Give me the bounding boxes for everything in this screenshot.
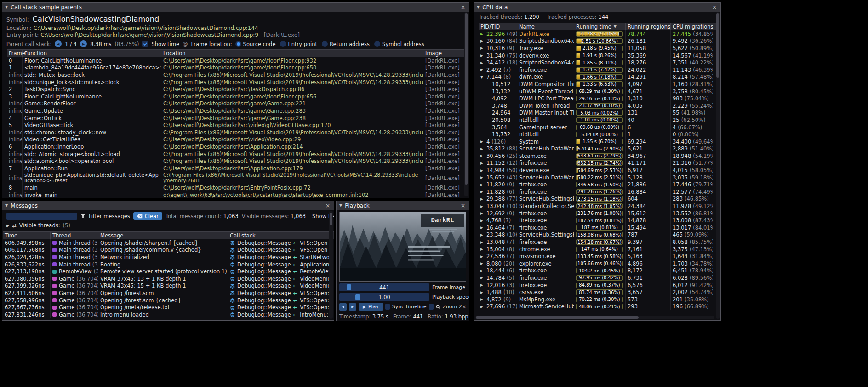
frame-row[interactable]: 8 main C:\Users\wolf\Desktop\darkrl\src\… bbox=[7, 185, 465, 192]
callstack-scrollbar[interactable] bbox=[464, 12, 468, 196]
col-image[interactable]: Image bbox=[423, 50, 464, 57]
message-row[interactable]: 627,667,736ns Game (36,704) Opening /met… bbox=[3, 304, 334, 311]
message-callstack[interactable]: DebugLog::Message ← VFS::Open: bbox=[228, 289, 334, 297]
cpu-process-row[interactable]: ▶ 11,152 (12) firefox.exe 632.15 ms (2.7… bbox=[479, 160, 720, 167]
expand-caret-icon[interactable]: ▶ bbox=[480, 233, 485, 237]
message-row[interactable]: 627,831,246ns Game (36,704) Intro menu l… bbox=[3, 311, 334, 318]
collapse-icon[interactable]: ▼ bbox=[339, 203, 342, 208]
show-time-checkbox[interactable] bbox=[142, 41, 148, 47]
message-callstack[interactable]: DebugLog::Message ← VFS::Open bbox=[228, 239, 334, 247]
frame-location-radio[interactable]: Symbol address bbox=[374, 41, 424, 47]
close-icon[interactable]: × bbox=[325, 202, 331, 209]
message-row[interactable]: 627,411,606ns Game (36,704) Opening /for… bbox=[3, 289, 334, 297]
cpu-process-row[interactable]: ▶ 22,396 (49) DarkRL.exe 21.28 s (92.06%… bbox=[479, 30, 720, 38]
cpu-process-row[interactable]: 24,964 DWM Master Input Threa 5.03 ms (0… bbox=[479, 110, 720, 117]
collapse-icon[interactable]: ▼ bbox=[5, 5, 8, 9]
frame-row[interactable]: inline std::_Atomic_storage<bool,1>::loa… bbox=[7, 150, 465, 158]
frame-row[interactable]: inline Game::Update C:\Users\wolf\Deskto… bbox=[7, 107, 465, 115]
col-frame[interactable]: Frame bbox=[7, 50, 23, 57]
cpu-horizontal-scrollbar[interactable] bbox=[475, 316, 714, 319]
prev-parent-button[interactable]: ◀ bbox=[55, 40, 62, 47]
cpu-process-row[interactable]: ▶ 34,412 (18) ScriptedSandbox64.exe 1.85… bbox=[479, 59, 720, 66]
cpu-process-row[interactable]: 3,748 DWM Token Thread 23.37 ms (0.10%) … bbox=[479, 102, 720, 110]
expand-caret-icon[interactable]: ▶ bbox=[480, 305, 485, 309]
frame-location-radio[interactable]: Source code bbox=[235, 41, 276, 47]
playback-titlebar[interactable]: ▼ Playback × bbox=[337, 201, 469, 210]
col-running-time[interactable]: Running time▼ bbox=[574, 23, 626, 30]
message-row[interactable]: 606,117,568ns Main thread (31,596) Openi… bbox=[3, 247, 334, 254]
message-row[interactable]: 606,049,398ns Main thread (31,596) Openi… bbox=[3, 239, 334, 247]
cpu-process-row[interactable]: 3,564 GameInput server 69.68 us (0.00%) … bbox=[479, 124, 720, 131]
cpu-process-row[interactable]: ▶ 4,872 (9) MsMpEng.exe 70.22 ms (0.30%)… bbox=[479, 296, 720, 303]
frame-row[interactable]: 7 Application::Run C:\Users\wolf\Desktop… bbox=[7, 165, 465, 172]
expand-caret-icon[interactable]: ▶ bbox=[480, 240, 485, 244]
col-function[interactable]: Function bbox=[23, 50, 161, 57]
close-icon[interactable]: × bbox=[711, 4, 718, 11]
cpu-process-row[interactable]: ▶ 11,828 (6) firefox.exe 291.26 ms (1.26… bbox=[479, 188, 720, 196]
cpu-process-row[interactable]: ▶ 8,080 (20) explorer.exe 105.66 ms (0.4… bbox=[479, 260, 720, 267]
zoom-checkbox[interactable] bbox=[429, 304, 434, 310]
frame-row[interactable]: inline Game::RenderFloor C:\Users\wolf\D… bbox=[7, 100, 465, 108]
cpu-process-row[interactable]: ▶ 30,456 (25) steam.exe 643.61 ms (2.79%… bbox=[479, 152, 720, 160]
frame-row[interactable]: inline std::_Mutex_base::lock C:\Program… bbox=[7, 71, 465, 79]
message-callstack[interactable]: DebugLog::Message ← RemoteViev bbox=[228, 268, 334, 275]
cpu-process-row[interactable]: ▶ 29,388 (77) ServiceHub.SettingsHost 27… bbox=[479, 196, 720, 203]
expand-caret-icon[interactable]: ▶ bbox=[480, 183, 485, 187]
cpu-process-row[interactable]: ▶ 23,348 (106) ServiceHub.SettingsHost 1… bbox=[479, 231, 720, 239]
message-callstack[interactable]: DebugLog::Message ← VFS::Open bbox=[228, 247, 334, 254]
cpu-process-row[interactable]: 13,732 ntdll.dll 5.84 us (0.00%) 1 0 (0.… bbox=[479, 131, 720, 138]
cpu-process-row[interactable]: ▶ 12,692 (9) firefox.exe 231.76 ms (1.00… bbox=[479, 210, 720, 217]
cpu-process-row[interactable]: ▼ 7,144 (8) dwm.exe 1.66 s (7.18%) 14,29… bbox=[479, 74, 720, 81]
expand-caret-icon[interactable]: ▶ bbox=[480, 46, 485, 50]
cpu-process-row[interactable]: ▶ 31,340 (75) devenv.exe 1.91 s (8.26%) … bbox=[479, 52, 720, 59]
expand-caret-icon[interactable]: ▶ bbox=[480, 197, 485, 201]
message-callstack[interactable]: DebugLog::Message ← IntroMenu:: bbox=[228, 311, 334, 318]
col-name[interactable]: Name bbox=[517, 23, 574, 30]
expand-caret-icon[interactable]: ▶ bbox=[480, 68, 485, 72]
next-parent-button[interactable]: ▶ bbox=[80, 40, 87, 47]
frame-row[interactable]: inline std::atomic<bool>::operator bool … bbox=[7, 157, 465, 165]
message-callstack[interactable]: DebugLog::Message ← VideoMemo bbox=[228, 275, 334, 283]
message-row[interactable]: 626,833,622ns Main thread (31,596) Booti… bbox=[3, 261, 334, 268]
expand-caret-icon[interactable]: ▶ bbox=[480, 190, 485, 194]
frame-row[interactable]: 6 Application::InnerLoop C:\Users\wolf\D… bbox=[7, 143, 465, 150]
cpu-process-row[interactable]: ▶ 13,048 (7) firefox.exe 154.28 ms (0.67… bbox=[479, 238, 720, 246]
expand-caret-icon[interactable]: ▼ bbox=[480, 75, 485, 79]
expand-caret-icon[interactable]: ▶ bbox=[480, 204, 485, 208]
frame-row[interactable]: inline std::unique_lock<std::mutex>::loc… bbox=[7, 79, 465, 86]
cpu-titlebar[interactable]: ▼ CPU data × bbox=[474, 3, 720, 12]
expand-caret-icon[interactable]: ▶ bbox=[480, 154, 485, 158]
callstack-titlebar[interactable]: ▼ Call stack sample parents × bbox=[2, 3, 469, 12]
messages-scrollbar[interactable] bbox=[329, 211, 333, 319]
frame-location-radio[interactable]: Entry point bbox=[280, 41, 317, 47]
col-running-regions[interactable]: Running regions bbox=[626, 23, 671, 30]
expand-caret-icon[interactable]: ▶ bbox=[480, 61, 485, 65]
frame-row[interactable]: 1 <lambda_84a19dc444fae966ca174e83e708bd… bbox=[7, 64, 465, 72]
cpu-process-row[interactable]: ▶ 13,044 (10) StandardCollector.Servic 2… bbox=[479, 202, 720, 210]
expand-caret-icon[interactable]: ▶ bbox=[480, 276, 485, 280]
cpu-process-row[interactable]: ▶ 27,696 (17) Microsoft.ServiceHub.Co 48… bbox=[479, 303, 720, 311]
frame-row[interactable]: 4 Game::OnTick C:\Users\wolf\Desktop\dar… bbox=[7, 115, 465, 122]
cpu-process-row[interactable]: ▶ 14,784 (5) firefox.exe 97.95 ms (0.42%… bbox=[479, 274, 720, 282]
frame-row[interactable]: inline invoke_main d:\agent\_work\63\s\s… bbox=[7, 191, 465, 198]
cpu-process-row[interactable]: ▶ 27,536 (7) msvsmon.exe 133.45 ms (0.58… bbox=[479, 253, 720, 260]
expand-caret-icon[interactable]: ▶ bbox=[480, 53, 485, 58]
expand-caret-icon[interactable]: ▶ bbox=[480, 261, 485, 266]
expand-caret-icon[interactable]: ▶ bbox=[480, 211, 485, 215]
message-callstack[interactable]: DebugLog::Message ← VFS::Open: bbox=[228, 304, 334, 311]
cpu-process-row[interactable]: ▶ 12,016 (3) firefox.exe 84.89 ms (0.37%… bbox=[479, 282, 720, 289]
expand-caret-icon[interactable]: ▶ bbox=[480, 168, 485, 173]
frame-row[interactable]: 0 Floor::CalcLightNoLuminance C:\Users\w… bbox=[7, 57, 465, 64]
col-thread[interactable]: Thread bbox=[51, 232, 98, 239]
frame-row[interactable]: 5 VideoGLBase::Tick C:\Users\wolf\Deskto… bbox=[7, 121, 465, 129]
playback-speed-slider[interactable]: 1.00 bbox=[339, 293, 429, 301]
expand-caret-icon[interactable]: ▶ bbox=[480, 247, 485, 251]
col-pid-tid[interactable]: PID/TID bbox=[479, 23, 517, 30]
frame-row[interactable]: 3 Floor::CalcLightNoLuminance C:\Users\w… bbox=[7, 93, 465, 100]
filter-input[interactable] bbox=[6, 213, 77, 220]
message-callstack[interactable]: DebugLog::Message ← VFS::Open: bbox=[228, 297, 334, 304]
cpu-process-row[interactable]: ▶ 10,316 (9) Tracy.exe 2.18 s (9.45%) 11… bbox=[479, 45, 720, 52]
close-icon[interactable]: × bbox=[460, 4, 466, 11]
messages-titlebar[interactable]: ▼ Messages × bbox=[2, 201, 334, 210]
frame-row[interactable]: inline std::chrono::steady_clock::now C:… bbox=[7, 129, 465, 136]
